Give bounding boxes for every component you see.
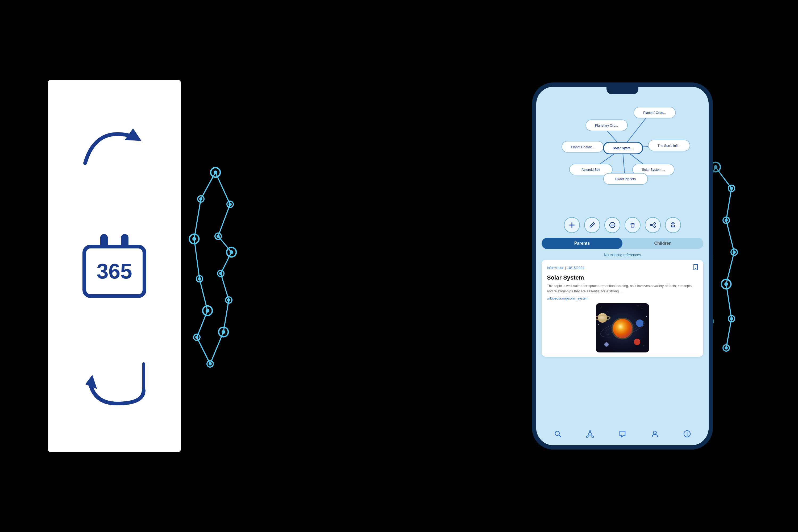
svg-point-30 (214, 171, 217, 174)
tabs-bar: Parents Children (542, 238, 703, 249)
svg-line-18 (215, 172, 230, 204)
svg-point-111 (654, 226, 656, 227)
svg-point-134 (589, 433, 591, 435)
left-panel: 365 (48, 80, 181, 452)
share-button[interactable] (665, 217, 681, 233)
tab-children[interactable]: Children (623, 238, 703, 249)
svg-line-133 (559, 435, 561, 437)
arrow-top (75, 120, 154, 174)
svg-marker-0 (128, 131, 138, 139)
svg-point-32 (228, 203, 232, 206)
svg-point-38 (206, 309, 209, 312)
svg-text:Planet Charac...: Planet Charac... (571, 145, 595, 149)
svg-text:Planetary Orb...: Planetary Orb... (595, 124, 618, 128)
svg-line-23 (221, 252, 231, 273)
svg-point-109 (650, 224, 652, 226)
svg-point-115 (601, 307, 602, 307)
info-link[interactable]: wikipedia.org/solar_system (547, 296, 588, 300)
svg-point-144 (687, 432, 688, 433)
svg-text:Asteroid Belt: Asteroid Belt (582, 168, 600, 172)
svg-point-136 (592, 436, 594, 438)
calendar-icon: 365 (80, 234, 149, 298)
mindmap-svg: Planets' Orde... Planetary Orb... Planet… (542, 92, 703, 209)
bookmark-icon[interactable] (693, 264, 698, 271)
svg-point-110 (654, 223, 656, 224)
calendar-number: 365 (97, 261, 132, 282)
edit-button[interactable] (584, 217, 600, 233)
svg-text:Solar Syste...: Solar Syste... (613, 146, 633, 150)
svg-marker-3 (88, 378, 94, 386)
phone-notch (607, 87, 639, 94)
svg-line-19 (194, 199, 201, 239)
info-label: Information | 10/15/2024 (547, 266, 584, 270)
svg-point-116 (608, 311, 608, 311)
svg-point-37 (219, 272, 222, 275)
svg-point-4 (211, 168, 220, 177)
tab-parents[interactable]: Parents (542, 238, 623, 249)
svg-point-120 (643, 345, 644, 346)
nav-network[interactable] (586, 430, 594, 439)
svg-point-33 (192, 237, 196, 241)
nav-chat[interactable] (619, 430, 626, 439)
scene: 365 (0, 0, 798, 532)
svg-point-14 (194, 334, 200, 341)
svg-point-9 (227, 247, 236, 257)
delete-button[interactable] (625, 217, 641, 233)
svg-line-21 (194, 239, 200, 279)
settings-button[interactable] (645, 217, 661, 233)
bottom-nav (536, 425, 709, 445)
svg-point-135 (587, 436, 588, 438)
svg-point-5 (198, 196, 204, 202)
svg-point-141 (653, 431, 656, 434)
svg-point-40 (195, 336, 198, 339)
svg-point-8 (215, 233, 221, 240)
svg-line-17 (201, 172, 215, 199)
svg-point-36 (198, 277, 201, 280)
svg-line-24 (200, 279, 208, 311)
arrow-bottom (75, 358, 154, 412)
info-title: Solar System (547, 274, 698, 281)
collapse-button[interactable] (604, 217, 620, 233)
info-description: This topic is well-suited for spaced rep… (547, 283, 698, 294)
svg-line-22 (218, 236, 231, 252)
svg-text:Solar System ...: Solar System ... (642, 168, 665, 172)
svg-text:Dwarf Planets: Dwarf Planets (615, 177, 636, 181)
svg-point-35 (230, 250, 233, 254)
nav-info[interactable] (683, 430, 691, 439)
phone-container: Planets' Orde... Planetary Orb... Planet… (513, 13, 732, 519)
svg-point-42 (209, 362, 212, 365)
nav-profile[interactable] (651, 430, 659, 439)
svg-point-117 (641, 308, 641, 309)
svg-text:The Sun's Infl...: The Sun's Infl... (658, 144, 680, 148)
svg-point-130 (634, 339, 640, 345)
svg-point-15 (218, 327, 228, 337)
nav-search[interactable] (554, 430, 562, 439)
svg-point-49 (731, 249, 737, 255)
add-button[interactable] (564, 217, 580, 233)
svg-point-121 (638, 306, 639, 306)
svg-line-28 (197, 337, 210, 364)
svg-line-25 (221, 273, 229, 300)
svg-point-119 (598, 324, 599, 325)
toolbar (536, 214, 709, 236)
svg-point-137 (589, 430, 591, 432)
svg-line-139 (591, 435, 592, 436)
svg-line-138 (588, 435, 589, 436)
svg-point-129 (636, 320, 643, 327)
no-references: No existing references (536, 251, 709, 260)
svg-point-7 (189, 234, 199, 244)
svg-point-6 (227, 201, 233, 208)
svg-line-29 (210, 332, 224, 364)
svg-line-113 (652, 225, 654, 226)
svg-line-112 (652, 224, 654, 225)
svg-point-11 (217, 270, 224, 277)
svg-point-13 (226, 297, 232, 303)
solar-system-image (596, 303, 649, 353)
svg-point-131 (604, 342, 609, 347)
svg-point-34 (216, 234, 220, 238)
svg-line-20 (218, 204, 230, 236)
svg-point-74 (733, 251, 736, 254)
svg-text:Planets' Orde...: Planets' Orde... (643, 111, 666, 115)
phone-frame: Planets' Orde... Planetary Orb... Planet… (532, 82, 713, 450)
svg-point-16 (207, 361, 213, 367)
